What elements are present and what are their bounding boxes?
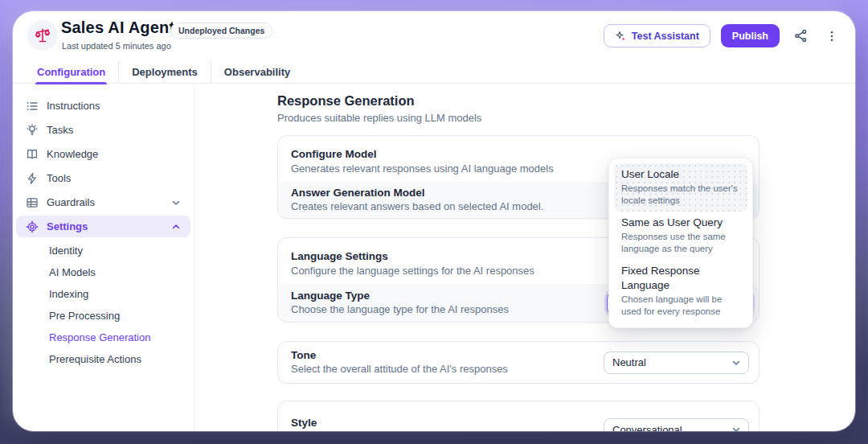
undeployed-changes-badge: Undeployed Changes [170,23,272,39]
app-logo [27,20,58,51]
tone-value: Neutral [612,356,646,368]
menu-option-description: Chosen language will be used for every r… [621,294,740,318]
menu-option-label: Same as User Query [621,216,740,230]
header-actions: Test Assistant Publish [604,24,842,47]
tab-observability[interactable]: Observability [211,61,303,84]
menu-option-description: Responses match the user's locale settin… [621,183,740,207]
list-icon [26,100,39,113]
menu-option-user-locale[interactable]: User Locale Responses match the user's l… [614,163,747,212]
menu-option-fixed-response-language[interactable]: Fixed Response Language Chosen language … [614,260,747,323]
lightning-icon [26,172,39,185]
sidebar-item-knowledge[interactable]: Knowledge [16,143,190,165]
sidebar-item-guardrails[interactable]: Guardrails [16,191,190,213]
menu-option-label: User Locale [621,167,740,182]
sidebar-item-label: Guardrails [47,196,163,208]
sidebar-item-label: Tools [47,172,181,184]
sidebar-item-tasks[interactable]: Tasks [16,119,190,141]
scale-icon [34,27,51,44]
chevron-down-icon [731,358,741,368]
sidebar-item-label: Tasks [47,124,181,136]
publish-button[interactable]: Publish [721,24,780,47]
page-title: Sales AI Agent [61,18,174,37]
last-updated-text: Last updated 5 minutes ago [62,41,171,51]
sidebar-item-identity[interactable]: Identity [16,240,190,261]
sidebar-item-settings[interactable]: Settings [16,216,190,237]
language-type-dropdown-menu: User Locale Responses match the user's l… [608,158,753,328]
chevron-down-icon [731,425,741,431]
kebab-menu-icon[interactable] [821,26,842,47]
gear-icon [26,220,39,233]
menu-option-description: Responses use the same language as the q… [621,231,740,255]
test-assistant-button[interactable]: Test Assistant [604,24,710,47]
sparkles-icon [615,31,626,42]
sidebar-item-label: Knowledge [47,148,181,160]
row-description: Choose the language type for the AI resp… [291,303,509,316]
style-card: Style Pick the writing style that best s… [277,401,760,431]
row-title: Style [291,417,508,430]
sidebar-divider [194,83,194,431]
menu-option-label: Fixed Response Language [621,264,740,293]
row-description: Creates relevant answers based on select… [291,200,543,213]
tone-select[interactable]: Neutral [604,352,749,374]
sidebar-item-tools[interactable]: Tools [16,167,190,189]
chevron-up-icon [171,222,181,232]
sidebar-item-instructions[interactable]: Instructions [16,95,190,117]
sidebar-item-label: Settings [47,220,163,232]
row-description: Pick the writing style that best suits y… [291,430,508,432]
row-title: Answer Generation Model [291,187,543,199]
section-title: Response Generation [277,92,760,109]
style-value: Conversational [612,424,682,432]
row-title: Language Type [291,290,509,302]
share-icon[interactable] [790,26,811,47]
chevron-down-icon [171,198,181,208]
tab-configuration[interactable]: Configuration [24,61,118,84]
section-subtitle: Produces suitable replies using LLM mode… [277,111,760,125]
menu-option-same-as-user-query[interactable]: Same as User Query Responses use the sam… [614,212,747,260]
style-select[interactable]: Conversational [604,418,749,431]
row-description: Select the overall attitude of the AI's … [291,363,508,376]
app-window: Sales AI Agent Undeployed Changes Last u… [13,11,855,431]
test-assistant-label: Test Assistant [632,31,699,42]
row-title: Tone [291,349,508,362]
tab-deployments[interactable]: Deployments [118,61,211,84]
sidebar-item-indexing[interactable]: Indexing [16,283,190,305]
sidebar-item-response-generation[interactable]: Response Generation [16,327,190,348]
book-icon [26,148,39,161]
lightbulb-icon [26,124,39,137]
sidebar-item-prerequisite-actions[interactable]: Prerequisite Actions [16,348,190,370]
sidebar: Instructions Tasks Knowledge Tools Guard… [13,83,194,431]
sidebar-item-label: Instructions [47,100,181,112]
tab-bar: Configuration Deployments Observability [13,61,855,84]
sidebar-item-ai-models[interactable]: AI Models [16,261,190,283]
sidebar-item-pre-processing[interactable]: Pre Processing [16,305,190,327]
grid-icon [26,196,39,209]
tone-card: Tone Select the overall attitude of the … [277,341,760,384]
